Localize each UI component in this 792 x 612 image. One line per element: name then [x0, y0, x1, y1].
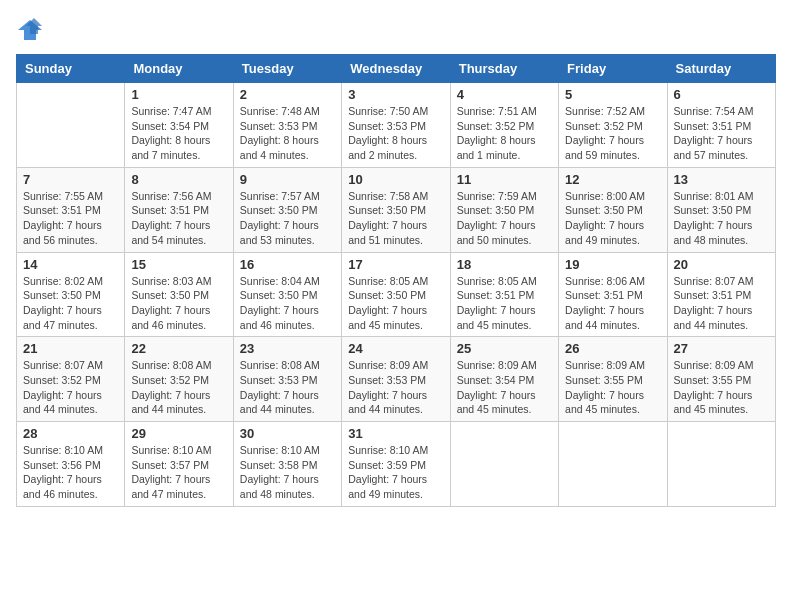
calendar-week-row: 14Sunrise: 8:02 AM Sunset: 3:50 PM Dayli… — [17, 252, 776, 337]
day-number: 26 — [565, 341, 660, 356]
day-number: 7 — [23, 172, 118, 187]
day-number: 30 — [240, 426, 335, 441]
logo — [16, 16, 48, 44]
day-info: Sunrise: 7:56 AM Sunset: 3:51 PM Dayligh… — [131, 189, 226, 248]
day-number: 8 — [131, 172, 226, 187]
calendar-cell: 13Sunrise: 8:01 AM Sunset: 3:50 PM Dayli… — [667, 167, 775, 252]
day-number: 9 — [240, 172, 335, 187]
day-info: Sunrise: 7:55 AM Sunset: 3:51 PM Dayligh… — [23, 189, 118, 248]
day-number: 16 — [240, 257, 335, 272]
day-number: 22 — [131, 341, 226, 356]
calendar-cell — [17, 83, 125, 168]
day-info: Sunrise: 8:09 AM Sunset: 3:55 PM Dayligh… — [565, 358, 660, 417]
calendar-cell — [450, 422, 558, 507]
calendar-cell: 7Sunrise: 7:55 AM Sunset: 3:51 PM Daylig… — [17, 167, 125, 252]
day-info: Sunrise: 8:07 AM Sunset: 3:52 PM Dayligh… — [23, 358, 118, 417]
day-info: Sunrise: 8:08 AM Sunset: 3:52 PM Dayligh… — [131, 358, 226, 417]
day-number: 24 — [348, 341, 443, 356]
day-number: 27 — [674, 341, 769, 356]
day-info: Sunrise: 8:09 AM Sunset: 3:55 PM Dayligh… — [674, 358, 769, 417]
day-info: Sunrise: 7:54 AM Sunset: 3:51 PM Dayligh… — [674, 104, 769, 163]
calendar-cell: 4Sunrise: 7:51 AM Sunset: 3:52 PM Daylig… — [450, 83, 558, 168]
day-number: 3 — [348, 87, 443, 102]
day-info: Sunrise: 7:58 AM Sunset: 3:50 PM Dayligh… — [348, 189, 443, 248]
weekday-header-monday: Monday — [125, 55, 233, 83]
weekday-header-friday: Friday — [559, 55, 667, 83]
calendar-cell — [667, 422, 775, 507]
calendar-cell: 3Sunrise: 7:50 AM Sunset: 3:53 PM Daylig… — [342, 83, 450, 168]
calendar-cell: 20Sunrise: 8:07 AM Sunset: 3:51 PM Dayli… — [667, 252, 775, 337]
calendar-cell: 6Sunrise: 7:54 AM Sunset: 3:51 PM Daylig… — [667, 83, 775, 168]
calendar-week-row: 1Sunrise: 7:47 AM Sunset: 3:54 PM Daylig… — [17, 83, 776, 168]
day-number: 20 — [674, 257, 769, 272]
day-number: 1 — [131, 87, 226, 102]
calendar-cell: 16Sunrise: 8:04 AM Sunset: 3:50 PM Dayli… — [233, 252, 341, 337]
calendar-cell: 24Sunrise: 8:09 AM Sunset: 3:53 PM Dayli… — [342, 337, 450, 422]
day-number: 14 — [23, 257, 118, 272]
day-number: 12 — [565, 172, 660, 187]
calendar-week-row: 21Sunrise: 8:07 AM Sunset: 3:52 PM Dayli… — [17, 337, 776, 422]
calendar-cell — [559, 422, 667, 507]
day-number: 31 — [348, 426, 443, 441]
day-number: 19 — [565, 257, 660, 272]
day-info: Sunrise: 7:51 AM Sunset: 3:52 PM Dayligh… — [457, 104, 552, 163]
day-number: 11 — [457, 172, 552, 187]
day-number: 18 — [457, 257, 552, 272]
day-info: Sunrise: 8:10 AM Sunset: 3:58 PM Dayligh… — [240, 443, 335, 502]
day-info: Sunrise: 7:57 AM Sunset: 3:50 PM Dayligh… — [240, 189, 335, 248]
calendar-table: SundayMondayTuesdayWednesdayThursdayFrid… — [16, 54, 776, 507]
calendar-cell: 28Sunrise: 8:10 AM Sunset: 3:56 PM Dayli… — [17, 422, 125, 507]
calendar-week-row: 7Sunrise: 7:55 AM Sunset: 3:51 PM Daylig… — [17, 167, 776, 252]
calendar-cell: 21Sunrise: 8:07 AM Sunset: 3:52 PM Dayli… — [17, 337, 125, 422]
day-info: Sunrise: 8:01 AM Sunset: 3:50 PM Dayligh… — [674, 189, 769, 248]
calendar-cell: 18Sunrise: 8:05 AM Sunset: 3:51 PM Dayli… — [450, 252, 558, 337]
day-info: Sunrise: 8:10 AM Sunset: 3:57 PM Dayligh… — [131, 443, 226, 502]
calendar-cell: 22Sunrise: 8:08 AM Sunset: 3:52 PM Dayli… — [125, 337, 233, 422]
calendar-cell: 14Sunrise: 8:02 AM Sunset: 3:50 PM Dayli… — [17, 252, 125, 337]
page-header — [16, 16, 776, 44]
day-number: 15 — [131, 257, 226, 272]
day-info: Sunrise: 8:06 AM Sunset: 3:51 PM Dayligh… — [565, 274, 660, 333]
day-info: Sunrise: 7:50 AM Sunset: 3:53 PM Dayligh… — [348, 104, 443, 163]
day-number: 6 — [674, 87, 769, 102]
calendar-cell: 11Sunrise: 7:59 AM Sunset: 3:50 PM Dayli… — [450, 167, 558, 252]
day-info: Sunrise: 7:59 AM Sunset: 3:50 PM Dayligh… — [457, 189, 552, 248]
calendar-cell: 19Sunrise: 8:06 AM Sunset: 3:51 PM Dayli… — [559, 252, 667, 337]
weekday-header-saturday: Saturday — [667, 55, 775, 83]
day-info: Sunrise: 7:47 AM Sunset: 3:54 PM Dayligh… — [131, 104, 226, 163]
day-info: Sunrise: 8:05 AM Sunset: 3:50 PM Dayligh… — [348, 274, 443, 333]
day-info: Sunrise: 8:10 AM Sunset: 3:59 PM Dayligh… — [348, 443, 443, 502]
calendar-cell: 9Sunrise: 7:57 AM Sunset: 3:50 PM Daylig… — [233, 167, 341, 252]
day-info: Sunrise: 8:05 AM Sunset: 3:51 PM Dayligh… — [457, 274, 552, 333]
calendar-cell: 27Sunrise: 8:09 AM Sunset: 3:55 PM Dayli… — [667, 337, 775, 422]
calendar-cell: 30Sunrise: 8:10 AM Sunset: 3:58 PM Dayli… — [233, 422, 341, 507]
weekday-header-thursday: Thursday — [450, 55, 558, 83]
weekday-header-sunday: Sunday — [17, 55, 125, 83]
weekday-header-wednesday: Wednesday — [342, 55, 450, 83]
day-info: Sunrise: 8:08 AM Sunset: 3:53 PM Dayligh… — [240, 358, 335, 417]
calendar-cell: 17Sunrise: 8:05 AM Sunset: 3:50 PM Dayli… — [342, 252, 450, 337]
logo-icon — [16, 16, 44, 44]
day-number: 13 — [674, 172, 769, 187]
day-number: 17 — [348, 257, 443, 272]
calendar-cell: 8Sunrise: 7:56 AM Sunset: 3:51 PM Daylig… — [125, 167, 233, 252]
calendar-cell: 5Sunrise: 7:52 AM Sunset: 3:52 PM Daylig… — [559, 83, 667, 168]
calendar-cell: 2Sunrise: 7:48 AM Sunset: 3:53 PM Daylig… — [233, 83, 341, 168]
calendar-cell: 15Sunrise: 8:03 AM Sunset: 3:50 PM Dayli… — [125, 252, 233, 337]
day-number: 23 — [240, 341, 335, 356]
day-number: 5 — [565, 87, 660, 102]
day-info: Sunrise: 8:09 AM Sunset: 3:53 PM Dayligh… — [348, 358, 443, 417]
day-info: Sunrise: 8:10 AM Sunset: 3:56 PM Dayligh… — [23, 443, 118, 502]
calendar-cell: 1Sunrise: 7:47 AM Sunset: 3:54 PM Daylig… — [125, 83, 233, 168]
day-number: 4 — [457, 87, 552, 102]
day-info: Sunrise: 8:07 AM Sunset: 3:51 PM Dayligh… — [674, 274, 769, 333]
calendar-cell: 26Sunrise: 8:09 AM Sunset: 3:55 PM Dayli… — [559, 337, 667, 422]
calendar-cell: 12Sunrise: 8:00 AM Sunset: 3:50 PM Dayli… — [559, 167, 667, 252]
calendar-cell: 10Sunrise: 7:58 AM Sunset: 3:50 PM Dayli… — [342, 167, 450, 252]
calendar-week-row: 28Sunrise: 8:10 AM Sunset: 3:56 PM Dayli… — [17, 422, 776, 507]
weekday-header-tuesday: Tuesday — [233, 55, 341, 83]
weekday-header-row: SundayMondayTuesdayWednesdayThursdayFrid… — [17, 55, 776, 83]
day-info: Sunrise: 8:04 AM Sunset: 3:50 PM Dayligh… — [240, 274, 335, 333]
day-info: Sunrise: 8:02 AM Sunset: 3:50 PM Dayligh… — [23, 274, 118, 333]
day-info: Sunrise: 8:03 AM Sunset: 3:50 PM Dayligh… — [131, 274, 226, 333]
